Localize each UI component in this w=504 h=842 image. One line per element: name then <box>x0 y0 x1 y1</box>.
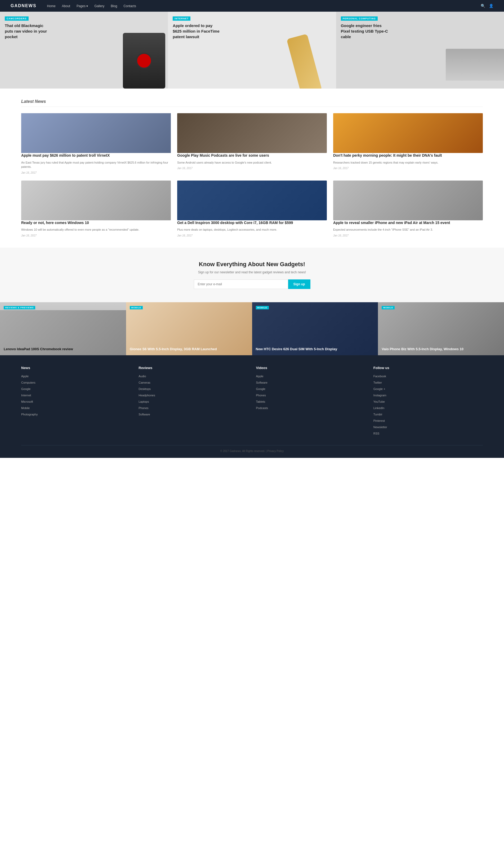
nav-item-pages[interactable]: Pages ▾ <box>76 3 88 8</box>
footer-link-microsoft[interactable]: Microsoft <box>21 399 130 404</box>
news-date-2: Jan 16, 2017 <box>177 167 327 170</box>
footer-link-newsletter[interactable]: Newsletter <box>374 425 483 429</box>
news-card-5[interactable]: Get a Dell Inspiron 3000 desktop with Co… <box>177 181 327 237</box>
nav-item-blog[interactable]: Blog <box>111 3 117 8</box>
hero-badge-2: INTERNET <box>173 16 191 21</box>
footer-vid-apple[interactable]: Apple <box>256 374 365 378</box>
footer-link-pinterest[interactable]: Pinterest <box>374 418 483 423</box>
news-card-2[interactable]: Google Play Music Podcasts are live for … <box>177 113 327 174</box>
footer-col-reviews: Reviews Audio Cameras Desktops Headphone… <box>139 366 248 437</box>
footer-grid: News Apple Computers Google Internet Mic… <box>21 366 483 437</box>
hero-item-3[interactable]: PERSONAL COMPUTING Google engineer fries… <box>336 12 504 88</box>
footer-videos-links: Apple Software Google Phones Tablets Pod… <box>256 374 365 410</box>
news-title-2: Google Play Music Podcasts are live for … <box>177 153 327 158</box>
footer-link-software[interactable]: Software <box>139 412 248 416</box>
navigation: GADNEWS Home About Pages ▾ Gallery Blog … <box>0 0 504 12</box>
review-badge-3: MOBILE <box>256 306 269 309</box>
nav-item-gallery[interactable]: Gallery <box>94 3 104 8</box>
nav-icon-group: 🔍 👤 <box>481 4 493 8</box>
footer-link-audio[interactable]: Audio <box>139 374 248 378</box>
review-item-2[interactable]: MOBILE Gionee S6 With 5.5-Inch Display, … <box>126 302 252 355</box>
footer-link-facebook[interactable]: Facebook <box>374 374 483 378</box>
footer-reviews-heading: Reviews <box>139 366 248 370</box>
footer-link-laptops[interactable]: Laptops <box>139 399 248 404</box>
nav-item-home[interactable]: Home <box>47 3 56 8</box>
news-date-6: Jan 16, 2017 <box>333 234 483 237</box>
news-title-1: Apple must pay $626 million to patent tr… <box>21 153 171 158</box>
footer-link-headphones[interactable]: Headphones <box>139 393 248 397</box>
review-item-4[interactable]: MOBILE Vaio Phone Biz With 5.5-Inch Disp… <box>378 302 504 355</box>
review-title-1: Lenovo IdeaPad 100S Chromebook review <box>4 347 122 351</box>
footer-vid-phones[interactable]: Phones <box>256 393 365 397</box>
news-grid: Apple must pay $626 million to patent tr… <box>21 113 483 237</box>
footer-link-mobile[interactable]: Mobile <box>21 405 130 410</box>
news-desc-2: Some Android users already have access t… <box>177 160 327 165</box>
latest-news-section: Latest News Apple must pay $626 million … <box>0 88 504 247</box>
hero-badge-1: CAMCORDERS <box>5 16 29 21</box>
review-badge-2: MOBILE <box>130 306 143 309</box>
nav-item-contacts[interactable]: Contacts <box>123 3 136 8</box>
hero-title-3: Google engineer fries Pixel testing USB … <box>341 23 389 39</box>
footer-vid-podcasts[interactable]: Podcasts <box>256 405 365 410</box>
review-badge-4: MOBILE <box>382 306 395 309</box>
hero-laptop-img <box>446 49 504 81</box>
footer-copyright: © 2017 Gadnews. All Rights reserved. | P… <box>220 450 284 452</box>
nav-links: Home About Pages ▾ Gallery Blog Contacts <box>47 3 481 8</box>
footer-link-computers[interactable]: Computers <box>21 380 130 385</box>
latest-news-title: Latest News <box>21 99 483 107</box>
news-img-5 <box>177 181 327 220</box>
footer-link-tumblr[interactable]: Tumblr <box>374 412 483 416</box>
footer-bottom: © 2017 Gadnews. All Rights reserved. | P… <box>21 445 483 452</box>
footer-link-twitter[interactable]: Twitter <box>374 380 483 385</box>
footer-link-instagram[interactable]: Instagram <box>374 393 483 397</box>
hero-item-2[interactable]: INTERNET Apple ordered to pay $625 milli… <box>168 12 336 88</box>
footer-link-photography[interactable]: Photography <box>21 412 130 416</box>
footer-link-linkedin[interactable]: LinkedIn <box>374 405 483 410</box>
footer-news-heading: News <box>21 366 130 370</box>
footer-link-desktops[interactable]: Desktops <box>139 386 248 391</box>
news-card-6[interactable]: Apple to reveal smaller iPhone and new i… <box>333 181 483 237</box>
news-date-3: Jan 16, 2017 <box>333 167 483 170</box>
footer-link-youtube[interactable]: YouTube <box>374 399 483 404</box>
footer-videos-heading: Videos <box>256 366 365 370</box>
footer-link-cameras[interactable]: Cameras <box>139 380 248 385</box>
footer-vid-google[interactable]: Google <box>256 386 365 391</box>
newsletter-desc: Sign up for our newsletter and read the … <box>21 271 483 274</box>
review-badge-1: REVIEWS & PREVIEWS <box>4 306 35 309</box>
footer-news-links: Apple Computers Google Internet Microsof… <box>21 374 130 416</box>
footer-link-rss[interactable]: RSS <box>374 431 483 435</box>
hero-title-1: That old Blackmagic puts raw video in yo… <box>5 23 52 39</box>
news-img-1 <box>21 113 171 153</box>
news-desc-6: Expected announcements include the 4-inc… <box>333 227 483 232</box>
news-img-6 <box>333 181 483 220</box>
nav-item-about[interactable]: About <box>62 3 70 8</box>
news-title-3: Don't hate perky morning people: It migh… <box>333 153 483 158</box>
footer-link-googleplus[interactable]: Google + <box>374 386 483 391</box>
news-card-4[interactable]: Ready or not, here comes Windows 10 Wind… <box>21 181 171 237</box>
newsletter-form: Sign up <box>194 279 310 289</box>
user-icon[interactable]: 👤 <box>489 4 493 8</box>
footer-vid-software[interactable]: Software <box>256 380 365 385</box>
search-icon[interactable]: 🔍 <box>481 4 485 8</box>
news-card-1[interactable]: Apple must pay $626 million to patent tr… <box>21 113 171 174</box>
newsletter-signup-button[interactable]: Sign up <box>288 279 310 289</box>
site-logo[interactable]: GADNEWS <box>11 3 37 8</box>
newsletter-email-input[interactable] <box>194 279 288 289</box>
review-item-1[interactable]: REVIEWS & PREVIEWS Lenovo IdeaPad 100S C… <box>0 302 126 355</box>
newsletter-section: Know Everything About New Gadgets! Sign … <box>0 247 504 302</box>
review-item-3[interactable]: MOBILE New HTC Desire 626 Dual SIM With … <box>252 302 378 355</box>
footer-link-internet[interactable]: Internet <box>21 393 130 397</box>
footer-link-phones[interactable]: Phones <box>139 405 248 410</box>
news-img-2 <box>177 113 327 153</box>
footer-link-google[interactable]: Google <box>21 386 130 391</box>
hero-title-2: Apple ordered to pay $625 million in Fac… <box>173 23 220 39</box>
footer-vid-tablets[interactable]: Tablets <box>256 399 365 404</box>
news-card-3[interactable]: Don't hate perky morning people: It migh… <box>333 113 483 174</box>
footer-link-apple[interactable]: Apple <box>21 374 130 378</box>
news-img-3 <box>333 113 483 153</box>
news-title-6: Apple to reveal smaller iPhone and new i… <box>333 220 483 226</box>
news-date-1: Jan 16, 2017 <box>21 171 171 174</box>
hero-item-1[interactable]: CAMCORDERS That old Blackmagic puts raw … <box>0 12 168 88</box>
footer-col-social: Follow us Facebook Twitter Google + Inst… <box>374 366 483 437</box>
news-date-4: Jan 16, 2017 <box>21 234 171 237</box>
